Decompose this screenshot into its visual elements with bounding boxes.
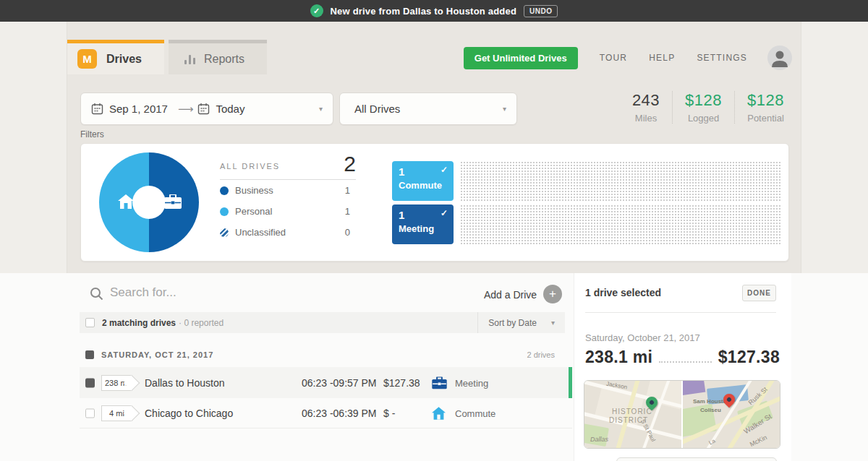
stat-logged: $128 Logged [672, 91, 734, 124]
calendar-icon [91, 103, 103, 115]
add-a-drive-label[interactable]: Add a Drive [484, 289, 537, 301]
bar-chart-icon [184, 54, 195, 64]
detail-date: Saturday, October 21, 2017 [585, 332, 700, 343]
empty-card-slots-pattern [460, 204, 781, 244]
personal-dot-icon [220, 207, 229, 216]
home-icon [118, 194, 134, 209]
divider [585, 312, 776, 313]
date-start: Sep 1, 2017 [109, 103, 168, 115]
undo-button[interactable]: UNDO [524, 5, 558, 17]
date-range-selector[interactable]: Sep 1, 2017 ⟶ Today ▾ [80, 92, 333, 125]
empty-card-slots-pattern [460, 161, 781, 201]
route-map-thumbnails[interactable]: Jackson HISTORIC DISTRICT S St Paul Dall… [584, 380, 780, 449]
home-icon [432, 407, 446, 420]
add-drive-plus-button[interactable]: + [543, 285, 562, 303]
stat-logged-label: Logged [685, 113, 722, 124]
check-icon: ✓ [441, 165, 448, 175]
date-group-header: SATURDAY, OCT 21, 2017 2 drives [80, 345, 565, 364]
person-icon [767, 46, 792, 70]
stat-potential-label: Potential [747, 113, 784, 124]
legend-title: ALL DRIVES [220, 162, 280, 175]
time-text: 06:23 -09:57 PM [302, 377, 377, 389]
done-button[interactable]: DONE [742, 285, 776, 301]
get-unlimited-drives-button[interactable]: Get Unlimited Drives [464, 47, 578, 69]
tab-reports[interactable]: Reports [169, 40, 267, 74]
main-column: M Drives Reports Get Unlimited Drives TO… [67, 22, 801, 273]
selected-indicator [569, 367, 572, 398]
app-window: ✓ New drive from Dallas to Houston added… [0, 0, 868, 461]
chevron-down-icon: ▾ [319, 105, 323, 113]
nav-tour[interactable]: TOUR [600, 53, 628, 63]
selected-count-text: 1 drive selected [585, 287, 661, 298]
matching-drives-bar: 2 matching drives · 0 reported Sort by D… [80, 312, 565, 333]
matching-drives-text: 2 matching drives [102, 318, 176, 328]
user-avatar[interactable] [767, 46, 792, 70]
detail-amount-row: 238.1 mi $127.38 [585, 348, 780, 367]
detail-miles: 238.1 mi [585, 348, 652, 367]
business-dot-icon [220, 186, 229, 195]
tab-reports-label: Reports [204, 53, 244, 66]
legend-item-personal: Personal 1 [220, 201, 356, 222]
category-label: Meeting [455, 377, 488, 388]
stat-miles: 243 Miles [620, 91, 672, 124]
meeting-card[interactable]: 1 ✓ Meeting [392, 204, 454, 244]
stats-summary: 243 Miles $128 Logged $128 Potential [620, 91, 796, 124]
drive-row[interactable]: 238 mi Dallas to Houston 06:23 -09:57 PM… [80, 367, 572, 398]
group-checkbox[interactable] [85, 350, 94, 359]
chevron-down-icon: ▾ [503, 105, 506, 113]
route-text: Chicago to Chicago [145, 408, 233, 419]
tab-drives[interactable]: M Drives [67, 40, 164, 74]
filters-label: Filters [80, 129, 104, 139]
unclassified-dot-icon [220, 228, 229, 237]
search-icon [90, 287, 103, 301]
date-end: Today [216, 103, 244, 115]
nav-help[interactable]: HELP [649, 53, 675, 63]
start-location-map: Jackson HISTORIC DISTRICT S St Paul Dall… [584, 381, 681, 448]
stat-potential-value: $128 [747, 91, 784, 110]
chevron-down-icon: ▾ [551, 319, 555, 327]
mileiq-logo-icon: M [77, 49, 97, 69]
category-label: Commute [455, 408, 495, 418]
nav-settings[interactable]: SETTINGS [697, 53, 747, 63]
sort-dropdown[interactable]: Sort by Date ▾ [477, 312, 565, 333]
arrow-right-icon: ⟶ [178, 103, 194, 116]
chart-legend: ALL DRIVES 2 Business 1 Personal 1 [220, 153, 356, 243]
stat-miles-value: 243 [632, 91, 660, 110]
row-checkbox[interactable] [85, 408, 95, 418]
calendar-icon [197, 103, 210, 115]
notification-toast: ✓ New drive from Dallas to Houston added… [0, 0, 868, 22]
drive-type-dropdown[interactable]: All Drives ▾ [339, 92, 517, 125]
commute-card[interactable]: 1 ✓ Commute [392, 161, 454, 201]
legend-item-business: Business 1 [220, 180, 356, 201]
stat-potential: $128 Potential [734, 91, 796, 124]
amount-text: $127.38 [383, 377, 420, 389]
miles-badge: 4 mi [101, 405, 132, 421]
reported-text: · 0 reported [179, 318, 224, 328]
stat-miles-label: Miles [632, 113, 660, 124]
legend-item-unclassified: Unclassified 0 [220, 222, 356, 243]
location-field-partial[interactable] [616, 457, 777, 461]
drives-list-section: Add a Drive + 2 matching drives · 0 repo… [0, 273, 868, 461]
tab-drives-label: Drives [106, 53, 142, 66]
group-date: SATURDAY, OCT 21, 2017 [101, 350, 213, 359]
select-all-checkbox[interactable] [85, 318, 95, 327]
success-check-icon: ✓ [310, 4, 323, 17]
check-icon: ✓ [441, 208, 448, 218]
stat-logged-value: $128 [685, 91, 722, 110]
group-drive-count: 2 drives [527, 350, 565, 359]
detail-amount: $127.38 [718, 348, 780, 367]
drive-detail-panel: 1 drive selected DONE Saturday, October … [574, 273, 791, 461]
drive-type-value: All Drives [354, 103, 400, 115]
drive-row[interactable]: 4 mi Chicago to Chicago 06:23 -06:39 PM … [80, 398, 572, 428]
list-divider [80, 428, 572, 428]
search-input[interactable] [110, 282, 428, 303]
time-text: 06:23 -06:39 PM [302, 408, 377, 419]
total-drives-count: 2 [344, 153, 356, 175]
briefcase-icon [432, 376, 447, 389]
dotted-leader [659, 361, 712, 363]
briefcase-icon [164, 194, 182, 209]
drives-donut-chart [99, 152, 199, 252]
row-checkbox[interactable] [85, 378, 95, 387]
toast-message: New drive from Dallas to Houston added [331, 6, 517, 17]
miles-badge: 238 mi [101, 375, 132, 391]
